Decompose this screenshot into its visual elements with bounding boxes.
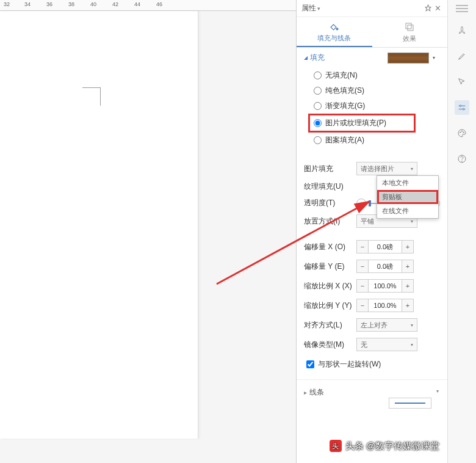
close-icon[interactable]: ✕ — [433, 4, 442, 13]
radio-solid-fill[interactable]: 纯色填充(S) — [314, 83, 440, 98]
picture-fill-menu: 本地文件 剪贴板 在线文件 — [377, 175, 439, 219]
rotate-with-shape-checkbox[interactable]: 与形状一起旋转(W) — [304, 354, 440, 374]
scale-x-decrease[interactable]: − — [356, 279, 369, 293]
scale-y-input[interactable] — [369, 299, 402, 312]
effect-tab-icon — [404, 21, 415, 32]
brush-icon[interactable] — [455, 49, 469, 64]
scale-x-row: 缩放比例 X (X) − + — [304, 276, 440, 296]
page-margin-corner — [82, 87, 101, 106]
pin-icon[interactable] — [423, 4, 433, 13]
picture-fill-row: 图片填充 请选择图片 本地文件 剪贴板 在线文件 — [304, 159, 440, 178]
menu-item-local-file[interactable]: 本地文件 — [377, 176, 438, 190]
document-canvas[interactable] — [0, 11, 198, 439]
chevron-down-icon[interactable]: ▾ — [433, 55, 435, 60]
offset-y-input[interactable] — [369, 260, 402, 273]
align-row: 对齐方式(L) 左上对齐 — [304, 315, 440, 335]
radio-gradient-fill[interactable]: 渐变填充(G) — [314, 98, 440, 114]
panel-title[interactable]: 属性 — [301, 3, 423, 13]
svg-point-9 — [460, 132, 461, 133]
properties-panel: 属性 ✕ 填充与线条 效果 填充 ▾ 无填充(N) 纯色填充(S) — [296, 0, 447, 463]
fill-type-radios: 无填充(N) 纯色填充(S) 渐变填充(G) 图片或纹理填充(P) 图案填充(A… — [304, 63, 440, 153]
svg-point-13 — [462, 161, 463, 162]
help-icon[interactable] — [455, 151, 469, 166]
settings-sliders-icon[interactable] — [455, 100, 469, 115]
rocket-icon[interactable] — [455, 23, 469, 38]
tab-fill-line[interactable]: 填充与线条 — [297, 17, 372, 47]
panel-tabs: 填充与线条 效果 — [297, 17, 447, 48]
offset-x-decrease[interactable]: − — [356, 240, 369, 253]
align-dropdown[interactable]: 左上对齐 — [356, 318, 417, 332]
offset-y-increase[interactable]: + — [402, 260, 414, 273]
line-style-preview[interactable] — [389, 398, 431, 409]
menu-item-online-file[interactable]: 在线文件 — [377, 204, 438, 218]
fill-swatch[interactable] — [388, 53, 429, 64]
offset-y-decrease[interactable]: − — [356, 260, 369, 273]
offset-y-row: 偏移量 Y (E) − + — [304, 257, 440, 276]
opacity-decrease[interactable]: − — [356, 199, 366, 208]
menu-item-clipboard[interactable]: 剪贴板 — [377, 190, 438, 204]
radio-no-fill[interactable]: 无填充(N) — [314, 68, 440, 83]
fill-section: 填充 ▾ 无填充(N) 纯色填充(S) 渐变填充(G) 图片或纹理填充(P) 图… — [297, 48, 447, 379]
svg-point-10 — [461, 131, 462, 131]
offset-x-row: 偏移量 X (O) − + — [304, 237, 440, 257]
picture-fill-dropdown[interactable]: 请选择图片 — [356, 162, 417, 175]
mirror-dropdown[interactable]: 无 — [356, 338, 417, 351]
menu-icon[interactable] — [456, 5, 468, 12]
scale-x-increase[interactable]: + — [402, 279, 414, 293]
watermark: 头 头条 @数字传媒微课堂 — [330, 440, 439, 452]
fill-tab-icon — [329, 21, 340, 32]
offset-x-input[interactable] — [369, 240, 402, 253]
scale-y-row: 缩放比例 Y (Y) − + — [304, 296, 440, 315]
tab-effect[interactable]: 效果 — [372, 17, 448, 47]
panel-header: 属性 ✕ — [297, 0, 447, 17]
cursor-icon[interactable] — [455, 75, 469, 89]
right-toolbar — [447, 0, 476, 463]
svg-point-11 — [463, 132, 464, 133]
radio-pattern-fill[interactable]: 图案填充(A) — [314, 133, 440, 148]
svg-rect-1 — [406, 23, 411, 29]
scale-y-decrease[interactable]: − — [356, 299, 369, 312]
svg-point-0 — [336, 28, 338, 30]
chevron-down-icon[interactable]: ▾ — [436, 388, 439, 394]
watermark-logo-icon: 头 — [330, 440, 342, 452]
svg-point-6 — [463, 108, 464, 110]
offset-x-increase[interactable]: + — [402, 240, 414, 253]
scale-x-input[interactable] — [369, 279, 402, 293]
mirror-row: 镜像类型(M) 无 — [304, 335, 440, 354]
svg-rect-2 — [408, 25, 413, 31]
horizontal-ruler: 32 34 36 38 40 42 44 46 — [0, 0, 296, 11]
fill-section-header[interactable]: 填充 ▾ — [304, 53, 440, 63]
radio-picture-fill[interactable]: 图片或纹理填充(P) — [308, 114, 416, 133]
palette-icon[interactable] — [455, 126, 469, 140]
line-section-header[interactable]: 线条 — [304, 387, 440, 398]
svg-point-3 — [460, 105, 461, 107]
line-section: 线条 ▾ — [297, 379, 447, 405]
scale-y-increase[interactable]: + — [402, 299, 414, 312]
